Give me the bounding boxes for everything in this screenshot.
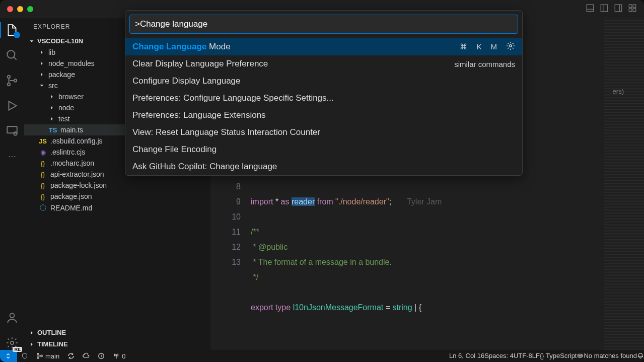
svg-point-34 [510, 45, 512, 47]
tree-file[interactable]: {}package-lock.json [24, 180, 210, 191]
json-icon: {} [38, 182, 47, 189]
codelens[interactable]: ers) [613, 88, 624, 95]
command-item[interactable]: Clear Display Language Preferencesimilar… [125, 55, 522, 73]
layout-sidebar-left-icon[interactable] [600, 4, 609, 15]
cloud-icon[interactable] [79, 352, 94, 359]
svg-rect-0 [587, 5, 594, 12]
json-icon: {} [38, 193, 47, 200]
typescript-icon: TS [48, 126, 57, 134]
notifications-icon[interactable] [637, 352, 644, 360]
svg-rect-7 [633, 5, 636, 8]
minimap[interactable] [604, 18, 644, 350]
language-mode[interactable]: {} TypeScript [540, 352, 577, 360]
layout-panel-icon[interactable] [586, 4, 595, 15]
svg-point-21 [14, 79, 17, 82]
shield-icon[interactable] [17, 352, 32, 359]
encoding[interactable]: UTF-8 [514, 352, 532, 360]
svg-point-24 [10, 313, 15, 318]
indentation[interactable]: Spaces: 4 [484, 352, 514, 360]
command-input[interactable] [129, 15, 518, 34]
command-item[interactable]: Preferences: Language Extensions [125, 107, 522, 124]
cursor-position[interactable]: Ln 6, Col 16 [449, 352, 484, 360]
command-item[interactable]: View: Reset Language Status Interaction … [125, 124, 522, 141]
svg-point-19 [8, 76, 10, 78]
javascript-icon: JS [38, 137, 47, 145]
eol[interactable]: LF [532, 352, 540, 360]
command-item[interactable]: Preferences: Configure Language Specific… [125, 90, 522, 107]
svg-point-32 [579, 355, 580, 356]
tree-file[interactable]: ⓘREADME.md [24, 202, 210, 214]
remote-explorer-icon[interactable] [5, 124, 19, 138]
svg-point-20 [8, 83, 10, 86]
json-icon: {} [38, 160, 47, 167]
svg-rect-8 [629, 9, 632, 12]
command-item[interactable]: Change File Encoding [125, 141, 522, 158]
window-controls [7, 6, 33, 12]
layout-sidebar-right-icon[interactable] [614, 4, 623, 15]
command-item[interactable]: Change Language Mode⌘KM [125, 38, 522, 55]
source-control-icon[interactable] [5, 74, 19, 88]
outline-section[interactable]: OUTLINE [24, 327, 210, 338]
explorer-icon[interactable] [5, 23, 19, 37]
live-share-icon[interactable] [94, 352, 109, 359]
titlebar-actions [586, 4, 637, 15]
customize-layout-icon[interactable] [628, 4, 637, 15]
chevron-right-icon [38, 49, 45, 56]
command-item[interactable]: Configure Display Language [125, 73, 522, 90]
tree-file[interactable]: {}package.json [24, 191, 210, 202]
command-results: Change Language Mode⌘KMClear Display Lan… [125, 38, 522, 175]
svg-point-27 [37, 357, 39, 359]
svg-point-28 [41, 355, 43, 357]
svg-line-18 [14, 57, 16, 59]
eslint-icon: ◉ [38, 149, 47, 156]
status-bar: main 0 Ln 6, Col 16 Spaces: 4 UTF-8 LF {… [0, 350, 644, 362]
minimize-window[interactable] [17, 6, 23, 12]
info-icon: ⓘ [38, 203, 47, 212]
copilot-icon[interactable] [577, 352, 584, 360]
close-window[interactable] [7, 6, 13, 12]
json-icon: {} [38, 171, 47, 178]
more-views-icon[interactable]: ⋯ [5, 149, 19, 163]
git-blame: Tyler Jam [407, 197, 442, 206]
accounts-icon[interactable] [5, 311, 19, 325]
svg-point-25 [11, 341, 14, 345]
svg-point-33 [581, 355, 582, 356]
svg-rect-9 [633, 9, 636, 12]
branch-indicator[interactable]: main [32, 352, 63, 360]
run-debug-icon[interactable] [5, 99, 19, 113]
activity-bar: ⋯ RE [0, 18, 24, 350]
svg-point-17 [7, 50, 15, 58]
svg-point-26 [37, 353, 39, 355]
maximize-window[interactable] [27, 6, 33, 12]
search-icon[interactable] [5, 48, 19, 62]
command-item[interactable]: Ask GitHub Copilot: Change language [125, 158, 522, 175]
svg-point-23 [14, 132, 17, 135]
sync-icon[interactable] [63, 352, 79, 359]
no-matches[interactable]: No matches found [584, 352, 637, 360]
timeline-section[interactable]: TIMELINE [24, 338, 210, 350]
svg-rect-4 [615, 5, 622, 12]
svg-point-30 [116, 354, 117, 356]
command-palette: Change Language Mode⌘KMClear Display Lan… [125, 10, 523, 176]
folder-name: VSCODE-L10N [37, 37, 83, 45]
svg-rect-6 [629, 5, 632, 8]
chevron-down-icon [28, 38, 35, 45]
svg-rect-2 [601, 5, 608, 12]
radio-tower-icon[interactable]: 0 [109, 352, 129, 360]
clock-badge-icon [14, 32, 20, 38]
settings-gear-icon[interactable]: RE [5, 336, 19, 350]
gear-icon[interactable] [506, 41, 515, 52]
re-badge: RE [13, 347, 22, 352]
